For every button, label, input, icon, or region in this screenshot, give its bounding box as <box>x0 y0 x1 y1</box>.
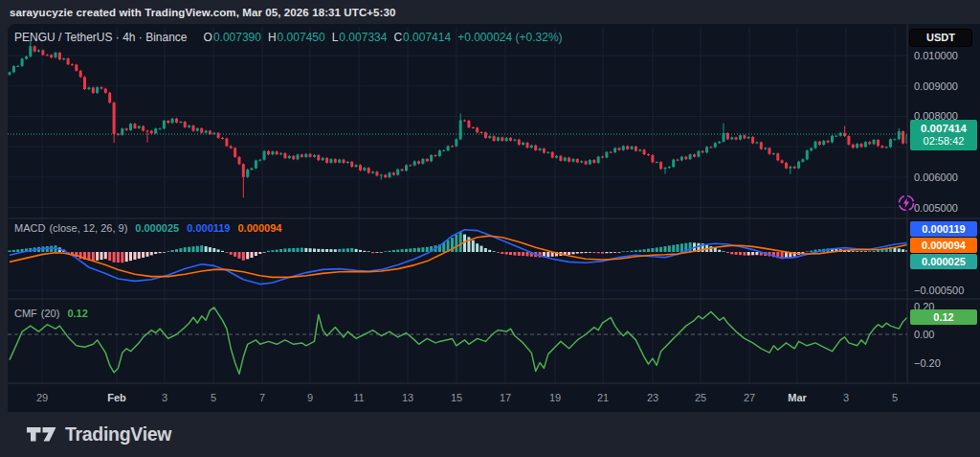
bar-countdown: 02:58:42 <box>910 135 977 148</box>
time-axis-label: Mar <box>788 388 807 407</box>
open-label: O <box>204 31 212 44</box>
time-axis-label: 9 <box>307 388 313 407</box>
macd-value-badge: 0.000094 <box>910 238 977 253</box>
logo-bar: TradingView <box>0 412 980 457</box>
macd-title: MACD <box>14 222 45 234</box>
macd-params: (close, 12, 26, 9) <box>49 222 127 234</box>
cmf-value-badge: 0.12 <box>910 309 977 325</box>
current-price: 0.007414 <box>910 122 977 135</box>
time-axis-label: 25 <box>695 388 706 407</box>
time-axis-label: 3 <box>162 388 167 407</box>
currency-toggle-button[interactable]: USDT <box>909 29 972 47</box>
symbol-title: PENGU / TetherUS · 4h · Binance <box>14 31 188 44</box>
high-label: H <box>268 31 277 44</box>
macd-scale-label: −0.000500 <box>914 285 964 296</box>
cmf-scale-label: −0.20 <box>914 357 941 369</box>
cmf-title: CMF <box>14 308 37 319</box>
tradingview-logo-icon <box>27 427 56 442</box>
current-price-badge: 0.007414 02:58:42 <box>910 120 977 150</box>
time-axis-label: 23 <box>647 388 658 407</box>
close-value: 0.007414 <box>403 31 451 44</box>
tradingview-logo[interactable]: TradingView <box>27 423 171 446</box>
symbol-legend[interactable]: PENGU / TetherUS · 4h · BinanceO0.007390… <box>14 31 563 44</box>
time-axis-label: 29 <box>36 388 48 407</box>
attribution-bar: sarayucyzie created with TradingView.com… <box>0 0 980 24</box>
open-value: 0.007390 <box>213 31 261 44</box>
time-axis-label: Feb <box>107 388 126 407</box>
time-axis-label: 27 <box>744 388 755 407</box>
change-value: +0.000024 (+0.32%) <box>457 31 562 44</box>
cmf-legend[interactable]: CMF(20)0.12 <box>14 308 88 319</box>
cmf-line <box>10 308 907 374</box>
cmf-scale-label: 0.00 <box>914 329 934 340</box>
macd-value-badge: 0.000119 <box>910 221 977 237</box>
cmf-params: (20) <box>41 308 60 319</box>
cmf-value: 0.12 <box>67 308 87 319</box>
time-axis-label: 7 <box>259 388 265 407</box>
low-label: L <box>332 31 339 44</box>
chart-canvas[interactable] <box>8 24 980 412</box>
price-scale-label: 0.010000 <box>914 50 958 61</box>
time-axis-label: 11 <box>353 388 364 407</box>
flash-icon[interactable] <box>898 194 915 212</box>
time-axis-label: 17 <box>500 388 511 407</box>
price-scale-label: 0.009000 <box>914 80 958 92</box>
macd-legend[interactable]: MACD(close, 12, 26, 9)0.0000250.0001190.… <box>14 222 281 234</box>
low-value: 0.007334 <box>339 31 387 44</box>
time-axis-label: 15 <box>451 388 462 407</box>
time-axis-label: 13 <box>402 388 413 407</box>
time-axis-label: 19 <box>549 388 561 407</box>
attribution-text: sarayucyzie created with TradingView.com… <box>10 7 396 18</box>
time-axis-label: 5 <box>892 388 898 407</box>
close-label: C <box>393 31 402 44</box>
time-axis-label: 21 <box>597 388 609 407</box>
ohlc-values: O0.007390H0.007450L0.007334C0.007414+0.0… <box>197 31 563 44</box>
time-axis-label: 3 <box>843 388 849 407</box>
high-value: 0.007450 <box>278 31 325 44</box>
tradingview-snapshot: sarayucyzie created with TradingView.com… <box>0 0 980 457</box>
tradingview-logo-text: TradingView <box>65 423 171 446</box>
time-axis-label: 5 <box>211 388 216 407</box>
macd-value-badge: 0.000025 <box>910 254 977 269</box>
price-scale-label: 0.005000 <box>914 202 958 214</box>
price-scale-label: 0.006000 <box>914 171 958 183</box>
chart-area: PENGU / TetherUS · 4h · BinanceO0.007390… <box>8 24 980 412</box>
macd-hist-value: 0.000025 <box>135 222 179 234</box>
macd-signal-value: 0.000094 <box>238 222 282 234</box>
macd-line-value: 0.000119 <box>187 222 230 234</box>
